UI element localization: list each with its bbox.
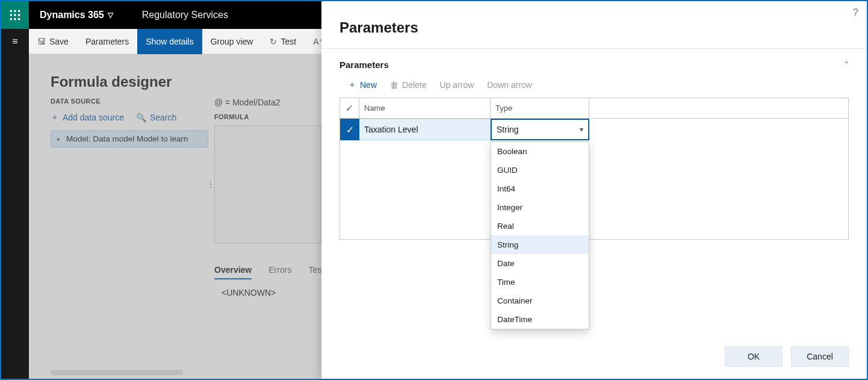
test-label: Test xyxy=(281,37,296,46)
section-label: Parameters xyxy=(339,60,389,70)
type-option[interactable]: GUID xyxy=(491,161,589,179)
app-root: Dynamics 365 ▽ Regulatory Services ≡ 🖫 S… xyxy=(0,0,868,380)
svg-rect-2 xyxy=(18,10,20,12)
delete-label: Delete xyxy=(402,80,426,90)
down-label: Down arrow xyxy=(487,80,532,90)
column-header-spacer xyxy=(589,98,848,118)
type-option[interactable]: Time xyxy=(491,273,589,291)
column-header-type[interactable]: Type xyxy=(491,98,589,118)
type-option[interactable]: DateTime xyxy=(491,310,589,329)
select-all-header[interactable]: ✓ xyxy=(340,98,359,118)
svg-rect-7 xyxy=(14,18,16,20)
nav-menu-button[interactable]: ≡ xyxy=(1,29,29,54)
test-button[interactable]: ↻ Test xyxy=(261,29,305,54)
svg-rect-8 xyxy=(18,18,20,20)
new-parameter-button[interactable]: ＋ New xyxy=(348,79,377,90)
refresh-icon: ↻ xyxy=(270,37,277,46)
parameter-name-value: Taxation Level xyxy=(364,125,418,134)
row-select-checkbox[interactable]: ✓ xyxy=(340,119,359,140)
up-label: Up arrow xyxy=(439,80,474,90)
svg-rect-5 xyxy=(18,14,20,16)
show-details-button[interactable]: Show details xyxy=(137,29,202,54)
hamburger-icon: ≡ xyxy=(12,36,17,47)
type-option[interactable]: Date xyxy=(491,254,589,273)
check-icon: ✓ xyxy=(346,124,354,135)
chevron-down-icon: ▽ xyxy=(108,11,113,19)
brand-label: Dynamics 365 xyxy=(40,10,104,20)
plus-icon: ＋ xyxy=(348,79,356,90)
cancel-button[interactable]: Cancel xyxy=(791,346,849,367)
waffle-icon xyxy=(9,9,21,21)
type-option[interactable]: Boolean xyxy=(491,142,589,161)
help-icon: ? xyxy=(853,7,858,17)
save-button[interactable]: 🖫 Save xyxy=(29,29,77,54)
type-dropdown-list: BooleanGUIDInt64IntegerRealStringDateTim… xyxy=(491,142,589,329)
help-button[interactable]: ? xyxy=(853,7,858,18)
panel-footer: OK Cancel xyxy=(725,346,849,367)
parameter-name-cell[interactable]: Taxation Level xyxy=(359,119,491,140)
panel-title: Parameters xyxy=(321,1,867,49)
type-option[interactable]: Integer xyxy=(491,198,589,217)
check-icon: ✓ xyxy=(346,102,353,114)
parameters-button[interactable]: Parameters xyxy=(77,29,137,54)
svg-rect-3 xyxy=(10,14,12,16)
svg-rect-4 xyxy=(14,14,16,16)
save-label: Save xyxy=(49,37,69,46)
brand-switcher[interactable]: Dynamics 365 ▽ xyxy=(40,10,113,20)
parameters-grid: ✓ Name Type ✓ Taxation Level String ▾ xyxy=(339,98,849,240)
table-row: ✓ Taxation Level String ▾ BooleanGUIDInt… xyxy=(340,119,848,140)
show-details-label: Show details xyxy=(146,37,193,46)
ok-button[interactable]: OK xyxy=(725,346,783,367)
parameters-panel: ? Parameters Parameters ˄ ＋ New 🗑 Delete… xyxy=(321,1,867,379)
save-icon: 🖫 xyxy=(37,37,46,46)
trash-icon: 🗑 xyxy=(390,80,398,90)
parameters-label: Parameters xyxy=(85,37,129,46)
type-option[interactable]: Container xyxy=(491,291,589,310)
parameter-type-value: String xyxy=(497,125,519,134)
up-arrow-button[interactable]: Up arrow xyxy=(439,80,474,90)
left-nav-rail xyxy=(1,29,29,379)
svg-rect-1 xyxy=(14,10,16,12)
column-header-name[interactable]: Name xyxy=(359,98,491,118)
group-view-button[interactable]: Group view xyxy=(202,29,262,54)
svg-rect-6 xyxy=(10,18,12,20)
parameters-commands: ＋ New 🗑 Delete Up arrow Down arrow xyxy=(321,77,867,98)
type-option[interactable]: Real xyxy=(491,217,589,235)
module-title: Regulatory Services xyxy=(142,10,228,20)
grid-header-row: ✓ Name Type xyxy=(340,98,848,119)
chevron-up-icon: ˄ xyxy=(845,60,849,70)
type-option[interactable]: Int64 xyxy=(491,179,589,198)
group-view-label: Group view xyxy=(211,37,253,46)
delete-parameter-button[interactable]: 🗑 Delete xyxy=(390,80,426,90)
new-label: New xyxy=(360,80,377,90)
grid-body: ✓ Taxation Level String ▾ BooleanGUIDInt… xyxy=(340,119,848,239)
svg-rect-0 xyxy=(10,10,12,12)
parameter-type-dropdown[interactable]: String ▾ BooleanGUIDInt64IntegerRealStri… xyxy=(491,119,589,140)
type-option[interactable]: String xyxy=(491,235,589,254)
chevron-down-icon: ▾ xyxy=(580,125,583,134)
app-launcher-button[interactable] xyxy=(1,1,29,29)
down-arrow-button[interactable]: Down arrow xyxy=(487,80,532,90)
parameters-section-header[interactable]: Parameters ˄ xyxy=(321,49,867,77)
